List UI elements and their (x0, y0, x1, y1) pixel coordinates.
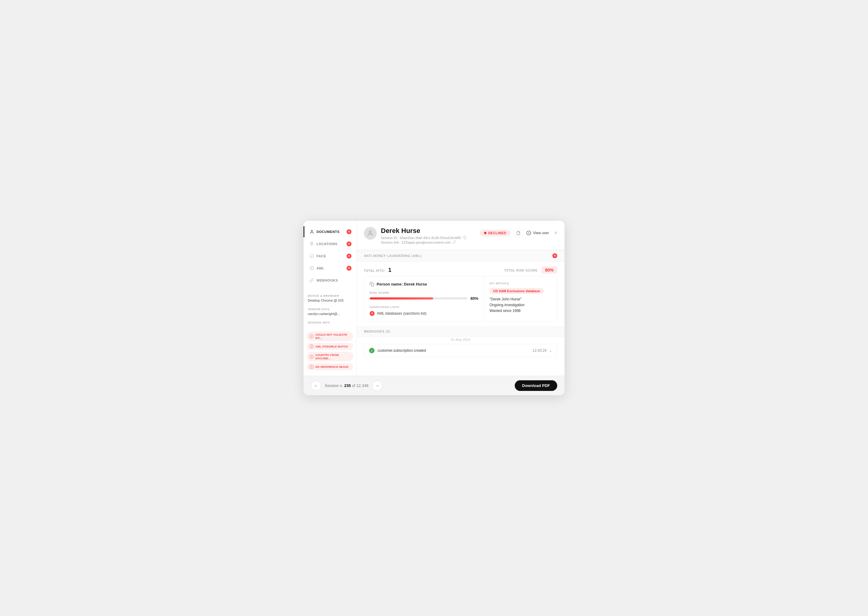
prev-button[interactable]: ← (311, 380, 321, 391)
declined-badge: DECLINED (480, 229, 511, 236)
view-user-button[interactable]: View user (526, 231, 549, 236)
sidebar-vendor-section: VENDOR DATA carolyn.cartwright@... (304, 308, 356, 316)
svg-point-1 (311, 243, 312, 244)
face-icon (309, 254, 314, 258)
risk-score-label: RISK SCORE (370, 291, 478, 294)
document-action-button[interactable] (514, 228, 523, 238)
close-button[interactable]: × (552, 231, 557, 236)
tag-could-not-validate[interactable]: i COULD NOT VALIDATE DO... (307, 332, 353, 341)
svg-point-6 (369, 231, 371, 233)
session-id-label: Session ID: (381, 236, 398, 240)
sidebar-device-section: DEVICE & BROWSER Desktop Chrome @ iOS (304, 294, 356, 302)
session-id-value: 64aed3ac-9fa6-40c1-8c28-051ed19c48f5 (400, 236, 461, 240)
webhooks-icon (309, 278, 314, 283)
aml-section-badge: ✕ (552, 253, 557, 258)
hit-detail-line-3: Wanted since 1998 (490, 309, 552, 313)
webhooks-title: WEBHOOKS (3) (364, 330, 390, 333)
tag-info-icon-3: i (310, 355, 313, 359)
suspicious-x-icon: ✕ (370, 311, 374, 316)
main-header: Derek Hurse Session ID: 64aed3ac-9fa6-40… (357, 221, 564, 250)
sidebar-face-label: FACE (316, 254, 326, 258)
session-nav: ← Session n. 235 of 12,348 → (311, 380, 382, 391)
hit-detail-line-1: "Derek John Hurse" (490, 297, 552, 301)
face-badge: ✕ (346, 254, 351, 258)
documents-badge: ✕ (346, 229, 351, 234)
suspicious-label: SUSPICIOUS LISTS (370, 306, 478, 309)
webhook-date: 01 May 2024 (364, 338, 557, 341)
sidebar-item-aml[interactable]: AML ✕ (304, 263, 356, 274)
aml-card: Person name: Derek Hurse RISK SCORE 80% … (364, 276, 557, 322)
session-info-label: SESSION INFO (308, 321, 352, 324)
sidebar-aml-label: AML (316, 266, 324, 270)
webhooks-section-header: WEBHOOKS (3) (357, 327, 564, 336)
session-link-label: Session link: (381, 240, 400, 244)
declined-dot (484, 232, 487, 234)
aml-icon (309, 266, 314, 271)
session-link-value: 123/apps.googleusercontent.com (401, 240, 451, 244)
session-link-row: Session link: 123/apps.googleusercontent… (381, 240, 467, 244)
session-tags: i COULD NOT VALIDATE DO... i AML POSSIBL… (304, 328, 356, 370)
tag-info-icon-4: i (310, 365, 313, 369)
aml-title: ANTI MONEY LAUNDERING (AML) (364, 254, 421, 258)
next-button[interactable]: → (372, 380, 382, 391)
total-hits-value: 1 (388, 267, 391, 273)
aml-stats-row: TOTAL HITS: 1 TOTAL RISK SCORE 80% (357, 261, 564, 276)
download-pdf-button[interactable]: Download PDF (515, 380, 557, 391)
tag-no-reference-image[interactable]: i NO REFERENCE IMAGE (307, 363, 353, 370)
session-current: 235 (344, 383, 351, 388)
risk-percent: 80% (470, 296, 478, 301)
session-total: 12,348 (356, 383, 368, 388)
sidebar-item-webhooks[interactable]: WEBHOOKS (304, 275, 356, 286)
modal-body: DOCUMENTS ✕ LOCATIONS ✕ (304, 221, 564, 376)
sidebar-item-documents[interactable]: DOCUMENTS ✕ (304, 226, 356, 237)
total-risk-label: TOTAL RISK SCORE (504, 269, 537, 272)
documents-icon (309, 229, 314, 234)
webhook-time: 12:43:24 (532, 349, 547, 353)
sidebar-documents-label: DOCUMENTS (316, 230, 340, 234)
person-name: Person name: Derek Hurse (377, 282, 427, 286)
svg-point-0 (311, 230, 313, 231)
sidebar-locations-label: LOCATIONS (316, 242, 337, 246)
session-separator: of (352, 383, 356, 388)
aml-badge: ✕ (346, 266, 351, 271)
total-hits-label: TOTAL HITS: (364, 269, 385, 272)
webhook-check-icon: ✓ (369, 348, 374, 353)
hit-details-label: HIT DETAILS (490, 282, 552, 285)
webhook-expand-icon[interactable]: ⌄ (549, 349, 552, 353)
sidebar-webhooks-label: WEBHOOKS (316, 278, 338, 282)
session-prefix: Session n. (325, 383, 343, 388)
risk-bar-container: 80% (370, 296, 478, 301)
risk-bar (370, 297, 467, 300)
main-content: Derek Hurse Session ID: 64aed3ac-9fa6-40… (357, 221, 564, 376)
sidebar-item-face[interactable]: FACE ✕ (304, 251, 356, 261)
modal-footer: ← Session n. 235 of 12,348 → Download PD… (304, 376, 564, 395)
tag-info-icon-2: i (310, 344, 313, 349)
avatar (364, 227, 377, 240)
webhook-row[interactable]: ✓ customer.subscription.created 12:43:24… (364, 344, 557, 357)
hit-detail-line-2: Ongoing investigation (490, 303, 552, 307)
user-name: Derek Hurse (381, 227, 467, 235)
locations-icon (309, 242, 314, 246)
webhook-name: customer.subscription.created (378, 349, 426, 353)
session-id-row: Session ID: 64aed3ac-9fa6-40c1-8c28-051e… (381, 236, 467, 240)
tag-info-icon-1: i (310, 335, 313, 338)
suspicious-item-text: AML databases (sanctions list) (377, 311, 426, 316)
svg-rect-9 (371, 284, 374, 286)
sidebar-item-locations[interactable]: LOCATIONS ✕ (304, 239, 356, 249)
risk-bar-fill (370, 297, 433, 300)
suspicious-item: ✕ AML databases (sanctions list) (370, 311, 478, 316)
tag-aml-possible-match[interactable]: i AML POSSIBLE MATCH (307, 343, 353, 350)
modal: DOCUMENTS ✕ LOCATIONS ✕ (304, 221, 564, 395)
copy-session-link-icon[interactable] (453, 240, 456, 244)
device-value: Desktop Chrome @ iOS (308, 299, 352, 302)
tag-country-from-doc[interactable]: i COUNTRY FROM DOCUME... (307, 352, 353, 361)
person-name-row: Person name: Derek Hurse (370, 282, 478, 286)
total-risk-value: 80% (541, 266, 557, 274)
aml-card-left: Person name: Derek Hurse RISK SCORE 80% … (364, 277, 484, 321)
locations-badge: ✕ (346, 242, 351, 246)
device-label: DEVICE & BROWSER (308, 294, 352, 297)
copy-session-id-icon[interactable] (463, 236, 467, 240)
webhooks-section: 01 May 2024 ✓ customer.subscription.crea… (357, 336, 564, 362)
aml-card-right: HIT DETAILS US SAM Exclusions database "… (484, 277, 557, 321)
vendor-label: VENDOR DATA (308, 308, 352, 311)
